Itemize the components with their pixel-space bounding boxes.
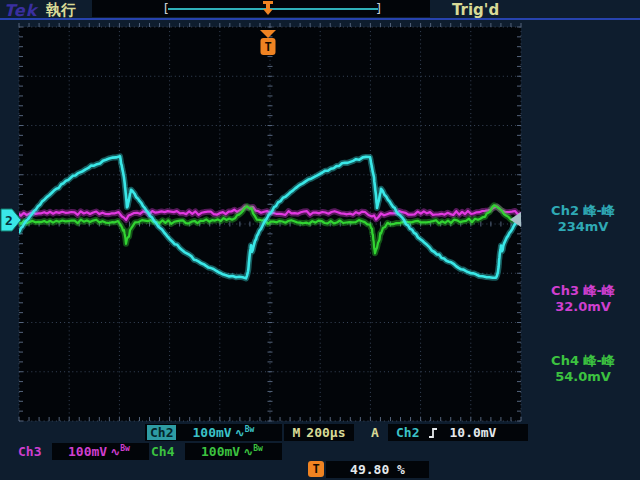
ch2-channel-badge: Ch2 xyxy=(147,425,176,440)
measurement-ch2-value: 234mV xyxy=(528,219,638,235)
measurement-ch4-value: 54.0mV xyxy=(528,369,638,385)
measurement-ch4: Ch4 峰-峰 54.0mV xyxy=(528,353,638,385)
trigger-readout: Ch2 10.0mV xyxy=(388,424,528,441)
trigger-position-value: 49.80 % xyxy=(350,462,405,477)
trigger-position-t-badge: T xyxy=(308,461,324,477)
ch4-readout: 100mV ∿ Bw xyxy=(185,443,282,460)
ch3-coupling-icon: ∿ xyxy=(110,445,120,459)
record-view-bar: [ ] xyxy=(92,0,430,17)
trigger-level: 10.0mV xyxy=(449,425,496,440)
trigger-source: Ch2 xyxy=(396,425,419,440)
top-separator-line xyxy=(0,18,640,20)
timebase-readout: M 200µs xyxy=(284,424,354,441)
measurement-ch2-label: Ch2 峰-峰 xyxy=(528,203,638,219)
ch2-ground-label: 2 xyxy=(5,213,13,228)
measurement-ch2: Ch2 峰-峰 234mV xyxy=(528,203,638,235)
oscilloscope-screen: T 2 Tek 執行 [ ] Trig'd Ch2 峰-峰 234mV Ch3 … xyxy=(0,0,640,480)
trigger-status: Trig'd xyxy=(452,1,499,19)
timebase-value: 200µs xyxy=(306,425,345,440)
trigger-mode: A xyxy=(371,425,379,440)
measurement-ch3-label: Ch3 峰-峰 xyxy=(528,283,638,299)
waveform-display: T 2 xyxy=(0,0,640,480)
ch2-scale: 100mV xyxy=(192,425,231,440)
ch2-bandwidth-icon: Bw xyxy=(245,426,255,434)
trigger-position-t-label: T xyxy=(312,462,319,476)
ch2-readout: Ch2 100mV ∿ Bw xyxy=(145,424,282,441)
ch2-ground-marker: 2 xyxy=(1,209,21,231)
record-right-bracket: ] xyxy=(375,1,383,16)
ch4-scale: 100mV xyxy=(201,444,240,459)
measurement-ch3: Ch3 峰-峰 32.0mV xyxy=(528,283,638,315)
ch4-channel-label: Ch4 xyxy=(151,444,174,459)
ch2-coupling-icon: ∿ xyxy=(235,426,245,440)
timebase-label: M xyxy=(293,425,301,440)
ch3-scale: 100mV xyxy=(68,444,107,459)
ch4-coupling-icon: ∿ xyxy=(243,445,253,459)
trigger-t-label: T xyxy=(264,40,271,54)
record-trigger-marker-icon xyxy=(262,1,274,16)
ch3-bandwidth-icon: Bw xyxy=(120,445,130,453)
measurement-ch4-label: Ch4 峰-峰 xyxy=(528,353,638,369)
rising-edge-icon xyxy=(427,426,441,440)
measurement-ch3-value: 32.0mV xyxy=(528,299,638,315)
ch3-readout: 100mV ∿ Bw xyxy=(52,443,149,460)
trigger-position-readout: 49.80 % xyxy=(326,461,429,478)
ch4-bandwidth-icon: Bw xyxy=(253,445,263,453)
ch3-channel-label: Ch3 xyxy=(18,444,41,459)
record-left-bracket: [ xyxy=(162,1,170,16)
